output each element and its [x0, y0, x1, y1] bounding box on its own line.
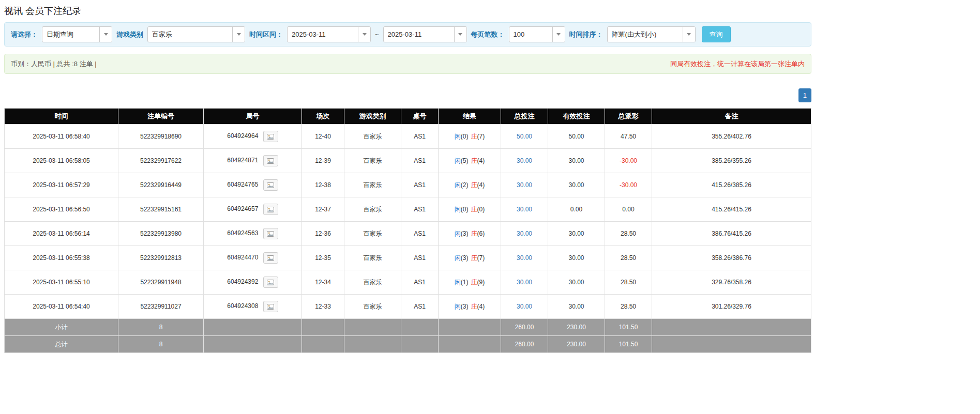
- page-size-input[interactable]: [509, 27, 552, 42]
- video-replay-button[interactable]: [263, 131, 278, 142]
- cell-time: 2025-03-11 06:58:05: [5, 149, 118, 173]
- time-sort-combobox: [607, 26, 696, 42]
- video-replay-button[interactable]: [263, 204, 278, 215]
- video-replay-button[interactable]: [263, 277, 278, 288]
- cell-round-id: 604924470: [204, 246, 302, 270]
- round-id-text: 604924871: [227, 157, 258, 164]
- total-bet-link[interactable]: 30.00: [517, 206, 532, 213]
- chevron-down-icon: [363, 33, 367, 36]
- col-round-id: 局号: [204, 109, 302, 125]
- cell-total-bet: 30.00: [501, 270, 548, 295]
- cell-table-no: AS1: [401, 295, 439, 319]
- date-range-separator: ~: [375, 30, 379, 38]
- cell-payout: -30.00: [605, 149, 652, 173]
- result-banker-label: 庄: [471, 181, 477, 189]
- cell-time: 2025-03-11 06:58:40: [5, 125, 118, 149]
- query-type-input[interactable]: [42, 27, 99, 42]
- cell-session: 12-39: [302, 149, 344, 173]
- date-to-dropdown-button[interactable]: [454, 27, 466, 42]
- total-bet-link[interactable]: 30.00: [517, 157, 532, 164]
- cell-game-type: 百家乐: [344, 149, 401, 173]
- page-1-button[interactable]: 1: [798, 88, 811, 102]
- result-player-label: 闲: [455, 133, 461, 140]
- cell-payout: 47.50: [605, 125, 652, 149]
- table-header-row: 时间 注单编号 局号 场次 游戏类别 桌号 结果 总投注 有效投注 总派彩 备注: [5, 109, 811, 125]
- total-total-bet: 260.00: [501, 336, 548, 353]
- video-replay-icon: [267, 255, 274, 261]
- cell-time: 2025-03-11 06:56:50: [5, 197, 118, 222]
- cell-time: 2025-03-11 06:55:10: [5, 270, 118, 295]
- col-result: 结果: [439, 109, 501, 125]
- cell-round-id: 604924964: [204, 125, 302, 149]
- cell-bet-id: 522329918690: [118, 125, 204, 149]
- result-player-score: (2): [461, 181, 469, 189]
- col-payout: 总派彩: [605, 109, 652, 125]
- video-replay-button[interactable]: [263, 228, 278, 239]
- round-id-text: 604924470: [227, 254, 258, 261]
- cell-game-type: 百家乐: [344, 246, 401, 270]
- cell-valid-bet: 30.00: [548, 173, 605, 197]
- cell-note: 301.26/329.76: [652, 295, 811, 319]
- search-button[interactable]: 查询: [702, 26, 731, 42]
- video-replay-button[interactable]: [263, 155, 278, 166]
- cell-table-no: AS1: [401, 270, 439, 295]
- date-from-dropdown-button[interactable]: [358, 27, 370, 42]
- result-banker-score: (7): [477, 254, 485, 262]
- result-player-label: 闲: [455, 157, 461, 164]
- page-title: 视讯 会员下注纪录: [4, 0, 811, 22]
- cell-table-no: AS1: [401, 125, 439, 149]
- round-id-text: 604924392: [227, 278, 258, 285]
- page-size-dropdown-button[interactable]: [552, 27, 565, 42]
- game-type-input[interactable]: [148, 27, 232, 42]
- cell-payout: 28.50: [605, 270, 652, 295]
- video-replay-button[interactable]: [263, 301, 278, 312]
- cell-time: 2025-03-11 06:57:29: [5, 173, 118, 197]
- bet-records-table: 时间 注单编号 局号 场次 游戏类别 桌号 结果 总投注 有效投注 总派彩 备注…: [4, 108, 811, 353]
- result-banker-label: 庄: [471, 279, 477, 286]
- video-replay-button[interactable]: [263, 252, 278, 264]
- cell-bet-id: 522329912813: [118, 246, 204, 270]
- date-range-label: 时间区间：: [249, 30, 283, 39]
- cell-game-type: 百家乐: [344, 173, 401, 197]
- date-from-input[interactable]: [288, 27, 358, 42]
- total-bet-link[interactable]: 30.00: [517, 254, 532, 262]
- table-body: 2025-03-11 06:58:40 522329918690 6049249…: [5, 125, 811, 319]
- table-row: 2025-03-11 06:56:50 522329915161 6049246…: [5, 197, 811, 222]
- video-replay-button[interactable]: [263, 179, 278, 191]
- cell-session: 12-34: [302, 270, 344, 295]
- col-valid-bet: 有效投注: [548, 109, 605, 125]
- select-label: 请选择：: [11, 30, 38, 39]
- cell-total-bet: 30.00: [501, 246, 548, 270]
- result-player-score: (3): [461, 254, 469, 262]
- table-row: 2025-03-11 06:57:29 522329916449 6049247…: [5, 173, 811, 197]
- time-sort-input[interactable]: [608, 27, 683, 42]
- cell-bet-id: 522329911027: [118, 295, 204, 319]
- total-bet-link[interactable]: 30.00: [517, 279, 532, 286]
- table-row: 2025-03-11 06:55:10 522329911948 6049243…: [5, 270, 811, 295]
- subtotal-count: 8: [118, 319, 204, 336]
- chevron-down-icon: [687, 33, 691, 36]
- summary-bar: 币别：人民币 | 总共 :8 注单 | 同局有效投注，统一计算在该局第一张注单内: [4, 54, 811, 74]
- table-row: 2025-03-11 06:58:40 522329918690 6049249…: [5, 125, 811, 149]
- cell-result: 闲(3)庄(6): [439, 222, 501, 246]
- result-player-label: 闲: [455, 279, 461, 286]
- result-banker-score: (4): [477, 303, 485, 310]
- cell-total-bet: 30.00: [501, 295, 548, 319]
- time-sort-dropdown-button[interactable]: [683, 27, 695, 42]
- total-bet-link[interactable]: 30.00: [517, 181, 532, 189]
- date-to-input[interactable]: [384, 27, 454, 42]
- cell-round-id: 604924765: [204, 173, 302, 197]
- total-bet-link[interactable]: 30.00: [517, 230, 532, 237]
- query-type-dropdown-button[interactable]: [99, 27, 112, 42]
- result-banker-score: (4): [477, 181, 485, 189]
- col-session: 场次: [302, 109, 344, 125]
- date-from-combobox: [287, 26, 371, 42]
- table-row: 2025-03-11 06:55:38 522329912813 6049244…: [5, 246, 811, 270]
- total-bet-link[interactable]: 30.00: [517, 303, 532, 310]
- game-type-dropdown-button[interactable]: [232, 27, 245, 42]
- subtotal-row: 小计 8 260.00 230.00 101.50: [5, 319, 811, 336]
- total-bet-link[interactable]: 50.00: [517, 133, 532, 140]
- cell-note: 355.26/402.76: [652, 125, 811, 149]
- result-banker-score: (9): [477, 279, 485, 286]
- chevron-down-icon: [104, 33, 108, 36]
